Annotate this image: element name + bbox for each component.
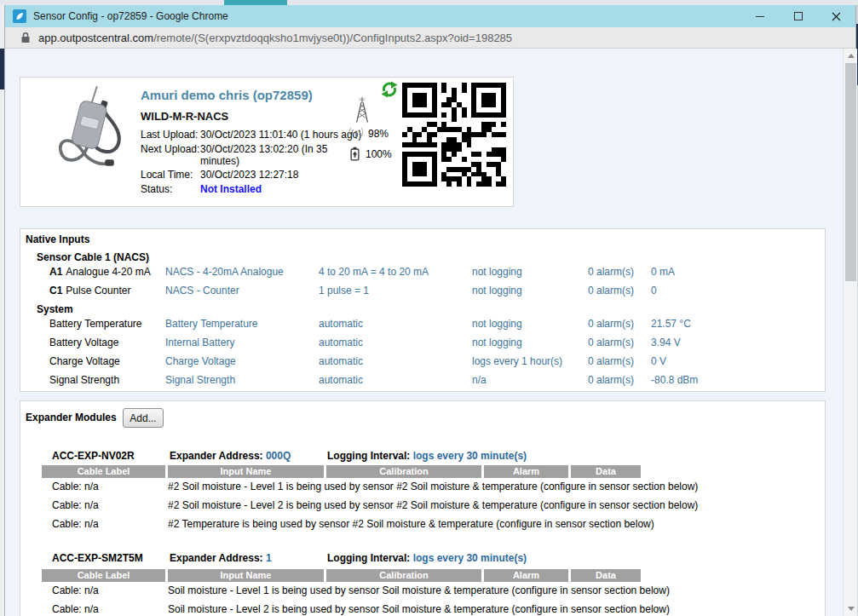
calibration-link[interactable]: 4 to 20 mA = 4 to 20 mA xyxy=(319,266,429,278)
logging-link[interactable]: not logging xyxy=(472,318,522,330)
input-name-link[interactable]: Battery Temperature xyxy=(165,318,258,330)
input-label: C1Pulse Counter xyxy=(49,285,130,296)
input-description: #2 Soil moisture - Level 2 is being used… xyxy=(168,499,698,511)
logging-interval-link[interactable]: logs every 30 minute(s) xyxy=(413,552,527,564)
window-title: Sensor Config - op72859 - Google Chrome xyxy=(33,10,228,22)
column-header-calibration: Calibration xyxy=(326,569,481,582)
desktop: Sensor Config - op72859 - Google Chrome … xyxy=(0,0,858,616)
current-value-link[interactable]: 0 xyxy=(651,285,657,296)
input-name-link[interactable]: NACS - Counter xyxy=(165,285,239,296)
qr-code xyxy=(402,83,506,187)
close-button[interactable] xyxy=(817,5,855,27)
logging-link[interactable]: not logging xyxy=(472,266,522,278)
native-input-row: A1Analogue 4-20 mA NACS - 4-20mA Analogu… xyxy=(49,266,821,279)
device-info-panel: Amuri demo chris (op72859) WILD-M-R-NACS… xyxy=(20,77,514,207)
expander-module-name: ACC-EXP-NV02R xyxy=(52,450,135,462)
chrome-popup-window: Sensor Config - op72859 - Google Chrome … xyxy=(4,5,856,616)
field-label: Local Time: xyxy=(141,169,200,181)
current-value-link[interactable]: -80.8 dBm xyxy=(651,374,698,386)
scrollbar-down-arrow[interactable] xyxy=(844,602,857,616)
field-label: Status: xyxy=(141,183,200,195)
input-label: A1Analogue 4-20 mA xyxy=(49,266,151,278)
expander-address-link[interactable]: 000Q xyxy=(266,450,291,462)
logging-interval-link[interactable]: logs every 30 minute(s) xyxy=(413,450,527,462)
minimize-button[interactable] xyxy=(740,5,779,27)
window-controls xyxy=(740,5,855,27)
input-description: Soil moisture - Level 1 is being used by… xyxy=(168,584,670,596)
calibration-link[interactable]: 1 pulse = 1 xyxy=(319,285,369,296)
calibration-link[interactable]: automatic xyxy=(319,355,363,367)
expander-table-header: Cable Label Input Name Calibration Alarm… xyxy=(42,465,641,478)
expander-module-name: ACC-EXP-SM2T5M xyxy=(52,552,143,564)
antenna-tower-icon xyxy=(353,95,371,125)
alarms-link[interactable]: 0 alarm(s) xyxy=(588,374,634,386)
alarms-link[interactable]: 0 alarm(s) xyxy=(588,355,634,367)
input-name-link[interactable]: NACS - 4-20mA Analogue xyxy=(165,266,284,278)
calibration-link[interactable]: automatic xyxy=(319,374,363,386)
alarms-link[interactable]: 0 alarm(s) xyxy=(588,266,634,278)
logging-link[interactable]: not logging xyxy=(472,285,522,296)
field-value: 30/Oct/2023 13:02:20 (In 35 minutes) xyxy=(200,143,358,167)
column-header-data: Data xyxy=(571,465,641,478)
expander-input-row: Cable: n/a Soil moisture - Level 2 is be… xyxy=(20,603,804,616)
field-value: 30/Oct/2023 12:27:18 xyxy=(200,169,396,181)
input-name-link[interactable]: Internal Battery xyxy=(165,337,234,348)
column-header-input-name: Input Name xyxy=(168,569,324,582)
current-value-link[interactable]: 0 mA xyxy=(651,266,675,278)
battery-level: 100% xyxy=(350,147,392,161)
native-inputs-panel: Native Inputs Sensor Cable 1 (NACS) A1An… xyxy=(20,228,826,392)
scrollbar-up-arrow[interactable] xyxy=(844,49,857,63)
cable-label: Cable: n/a xyxy=(52,518,99,530)
column-header-data: Data xyxy=(571,569,641,582)
expander-address: Expander Address: 1 xyxy=(170,552,272,564)
expander-input-row: Cable: n/a #2 Soil moisture - Level 2 is… xyxy=(20,499,804,512)
device-model: WILD-M-R-NACS xyxy=(141,110,228,123)
address-bar[interactable]: app.outpostcentral.com/remote/(S(erxpvzt… xyxy=(5,27,855,49)
input-name-link[interactable]: Charge Voltage xyxy=(165,355,236,367)
status-link[interactable]: Not Installed xyxy=(200,183,358,195)
device-photo xyxy=(46,84,135,170)
expander-input-row: Cable: n/a #2 Temperature is being used … xyxy=(20,518,804,531)
input-label: Battery Voltage xyxy=(49,337,118,348)
input-label: Battery Temperature xyxy=(49,318,142,330)
input-description: #2 Temperature is being used by sensor #… xyxy=(168,518,654,530)
input-label: Charge Voltage xyxy=(49,355,120,367)
native-input-row: C1Pulse Counter NACS - Counter 1 pulse =… xyxy=(49,285,821,297)
calibration-link[interactable]: automatic xyxy=(319,337,363,348)
alarms-link[interactable]: 0 alarm(s) xyxy=(588,337,634,348)
scrollbar-thumb[interactable] xyxy=(845,63,856,281)
current-value-link[interactable]: 3.94 V xyxy=(651,337,681,348)
calibration-link[interactable]: automatic xyxy=(319,318,363,330)
url-domain: app.outpostcentral.com xyxy=(38,32,153,44)
native-input-row: Battery Voltage Internal Battery automat… xyxy=(49,337,821,349)
signal-icon xyxy=(348,127,364,141)
alarms-link[interactable]: 0 alarm(s) xyxy=(588,285,634,296)
cable-label: Cable: n/a xyxy=(52,603,99,615)
vertical-scrollbar[interactable] xyxy=(843,49,857,616)
alarms-link[interactable]: 0 alarm(s) xyxy=(588,318,634,330)
field-label: Last Upload: xyxy=(141,129,200,141)
native-input-row: Charge Voltage Charge Voltage automatic … xyxy=(49,355,821,368)
expander-table-header: Cable Label Input Name Calibration Alarm… xyxy=(42,569,641,582)
column-header-cable-label: Cable Label xyxy=(42,465,165,478)
input-name-link[interactable]: Signal Strength xyxy=(165,374,235,386)
current-value-link[interactable]: 0 V xyxy=(651,355,666,367)
column-header-alarm: Alarm xyxy=(484,465,568,478)
signal-percent: 98% xyxy=(368,128,389,140)
native-input-row: Battery Temperature Battery Temperature … xyxy=(49,318,821,331)
logging-link[interactable]: n/a xyxy=(472,374,487,386)
input-label: Signal Strength xyxy=(49,374,119,386)
lock-icon xyxy=(20,32,31,43)
page-content: Amuri demo chris (op72859) WILD-M-R-NACS… xyxy=(5,49,857,616)
maximize-button[interactable] xyxy=(779,5,817,27)
field-local-time: Local Time: 30/Oct/2023 12:27:18 xyxy=(141,169,396,181)
expander-input-row: Cable: n/a Soil moisture - Level 1 is be… xyxy=(20,584,804,597)
refresh-icon[interactable] xyxy=(381,81,398,98)
logging-link[interactable]: not logging xyxy=(472,337,522,348)
logging-link[interactable]: logs every 1 hour(s) xyxy=(472,355,562,367)
battery-icon xyxy=(350,147,360,161)
add-expander-button[interactable]: Add... xyxy=(123,408,164,428)
expander-address-link[interactable]: 1 xyxy=(266,552,272,564)
current-value-link[interactable]: 21.57 °C xyxy=(651,318,691,330)
expander-module-header: ACC-EXP-NV02R Expander Address: 000Q Log… xyxy=(20,450,813,463)
